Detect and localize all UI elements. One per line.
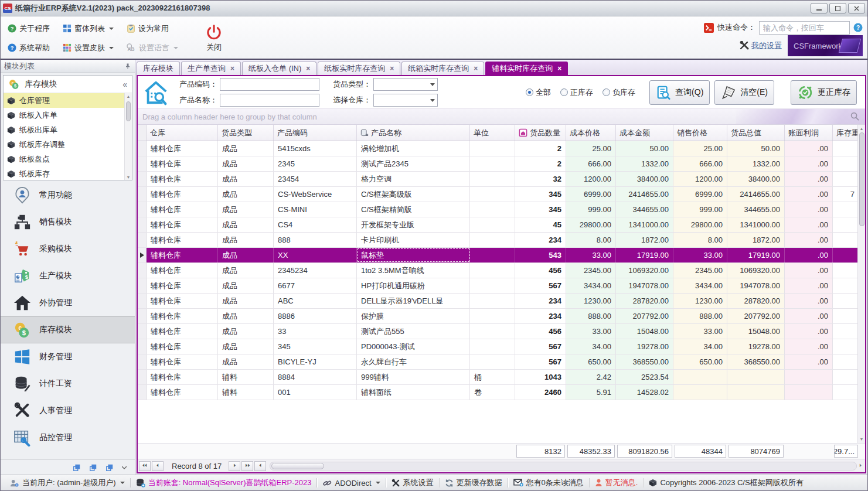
tree-item-4[interactable]: 纸板库存调整: [4, 137, 124, 152]
search-text-input[interactable]: [220, 94, 319, 107]
cell[interactable]: 2460: [515, 385, 566, 400]
cell[interactable]: 344655.00: [616, 202, 673, 217]
cell[interactable]: 1200.00: [566, 172, 616, 186]
cell[interactable]: 19278.00: [727, 339, 785, 354]
statusbar-item-6[interactable]: 您有0条未读消息: [508, 475, 589, 490]
cell[interactable]: 2523.54: [616, 370, 673, 384]
cell[interactable]: .00: [785, 263, 833, 278]
action-button-1[interactable]: 查询(Q): [649, 80, 710, 105]
collapse-icon[interactable]: «: [122, 80, 127, 89]
table-row[interactable]: 辅料仓库成品CS-MINIC/S框架精简版345999.00344655.009…: [138, 202, 857, 217]
cell[interactable]: 33.00: [566, 248, 616, 262]
table-row[interactable]: 辅料仓库成品888卡片印刷机2348.001872.008.001872.00.…: [138, 233, 857, 248]
cell[interactable]: 成品: [218, 263, 274, 278]
cell[interactable]: 卷: [470, 385, 515, 400]
cell[interactable]: .00: [785, 324, 833, 339]
cell[interactable]: [785, 385, 833, 400]
column-header-5[interactable]: 单位: [470, 125, 515, 141]
tree-item-2[interactable]: 纸板入库单: [4, 108, 124, 122]
cell[interactable]: C/S框架精简版: [357, 202, 470, 217]
cell[interactable]: .00: [785, 309, 833, 323]
cell[interactable]: .00: [785, 233, 833, 247]
column-header-9[interactable]: 销售价格: [673, 125, 727, 141]
cell[interactable]: 345: [515, 187, 566, 202]
cell[interactable]: 25.00: [566, 141, 616, 156]
maximize-button[interactable]: [829, 3, 846, 13]
column-header-2[interactable]: 货品类型: [218, 125, 274, 141]
cell[interactable]: [833, 278, 857, 293]
chevron-down-icon[interactable]: [428, 94, 437, 106]
cell[interactable]: 368550.00: [727, 354, 785, 369]
statusbar-item-4[interactable]: 系统设置: [386, 475, 439, 490]
minimize-button[interactable]: [811, 3, 828, 13]
module-item-5[interactable]: 外协管理: [1, 289, 135, 316]
cell[interactable]: 207792.00: [727, 309, 785, 323]
help-circle-icon[interactable]: ?: [853, 23, 863, 32]
cell[interactable]: 287820.00: [616, 294, 673, 308]
quick-cmd-input[interactable]: [759, 21, 850, 35]
table-row[interactable]: 辅料仓库辅料001辅料面纸卷24605.9114528.02: [138, 385, 857, 400]
radio-2[interactable]: 正库存: [560, 87, 593, 98]
tab-6[interactable]: 辅料实时库存查询×: [485, 62, 568, 75]
hscroll-thumb[interactable]: [271, 463, 324, 469]
cell[interactable]: 开发框架专业版: [357, 217, 470, 232]
table-row[interactable]: 辅料仓库成品23452341to2 3.5MM音响线4562345.001069…: [138, 263, 857, 278]
tab-close-icon[interactable]: ×: [306, 64, 310, 73]
cell[interactable]: 1069320.00: [616, 263, 673, 278]
cell[interactable]: [673, 370, 727, 384]
module-item-4[interactable]: $生产模块: [1, 262, 135, 289]
scroll-up-icon[interactable]: ▲: [127, 93, 131, 100]
cell[interactable]: [833, 217, 857, 232]
cell[interactable]: XX: [274, 248, 357, 262]
first-record-button[interactable]: ⏴⏴: [139, 461, 151, 471]
cell[interactable]: 辅料仓库: [147, 339, 218, 354]
cell[interactable]: 666.00: [673, 156, 727, 171]
cell[interactable]: 1872.00: [616, 233, 673, 247]
cell[interactable]: 成品: [218, 309, 274, 323]
cell[interactable]: 1947078.00: [727, 278, 785, 293]
grid-hscrollbar[interactable]: [270, 462, 857, 470]
column-header-10[interactable]: 货品总值: [727, 125, 785, 141]
cell[interactable]: 456: [515, 324, 566, 339]
cell[interactable]: 1947078.00: [616, 278, 673, 293]
grid-vscrollbar[interactable]: ▲ ▼: [857, 125, 865, 443]
radio-3[interactable]: 负库存: [603, 87, 635, 98]
hscroll-right-button[interactable]: ⏵: [859, 463, 862, 469]
chevron-down-icon[interactable]: [428, 79, 437, 90]
cell[interactable]: [727, 385, 785, 400]
scroll-up-icon[interactable]: ▲: [860, 125, 864, 132]
cell[interactable]: .00: [785, 339, 833, 354]
cell[interactable]: .00: [785, 278, 833, 293]
cell[interactable]: .00: [785, 217, 833, 232]
cell[interactable]: 辅料仓库: [147, 370, 218, 384]
cell[interactable]: 38400.00: [616, 172, 673, 186]
cell[interactable]: 14528.02: [616, 385, 673, 400]
cell[interactable]: 33.00: [673, 324, 727, 339]
table-row[interactable]: 辅料仓库成品CS4开发框架专业版4529800.001341000.002980…: [138, 217, 857, 233]
cell[interactable]: 成品: [218, 248, 274, 262]
cell[interactable]: [470, 324, 515, 339]
cell[interactable]: 17919.00: [727, 248, 785, 262]
my-settings-link[interactable]: 我的设置: [740, 40, 782, 51]
cell[interactable]: 29800.00: [673, 217, 727, 232]
cell[interactable]: 567: [515, 278, 566, 293]
cell[interactable]: 成品: [218, 324, 274, 339]
cell[interactable]: CS-MINI: [274, 202, 357, 217]
cell[interactable]: 34.00: [673, 339, 727, 354]
cell[interactable]: 卡片印刷机: [357, 233, 470, 247]
table-row[interactable]: 辅料仓库成品CS-WebServiceC/S框架高级版3456999.00241…: [138, 187, 857, 202]
cell[interactable]: 1332.00: [616, 156, 673, 171]
cell[interactable]: 2345.00: [673, 263, 727, 278]
cell[interactable]: 1043: [515, 370, 566, 384]
cell[interactable]: 888.00: [673, 309, 727, 323]
cell[interactable]: [470, 339, 515, 354]
cell[interactable]: 1230.00: [673, 294, 727, 308]
cell[interactable]: 999.00: [566, 202, 616, 217]
cell[interactable]: 2.42: [566, 370, 616, 384]
cell[interactable]: 成品: [218, 156, 274, 171]
cell[interactable]: 1872.00: [727, 233, 785, 247]
cell[interactable]: .00: [785, 248, 833, 262]
module-item-1[interactable]: 常用功能: [1, 182, 135, 209]
cell[interactable]: 207792.00: [616, 309, 673, 323]
module-item-9[interactable]: 人事管理: [1, 397, 135, 424]
